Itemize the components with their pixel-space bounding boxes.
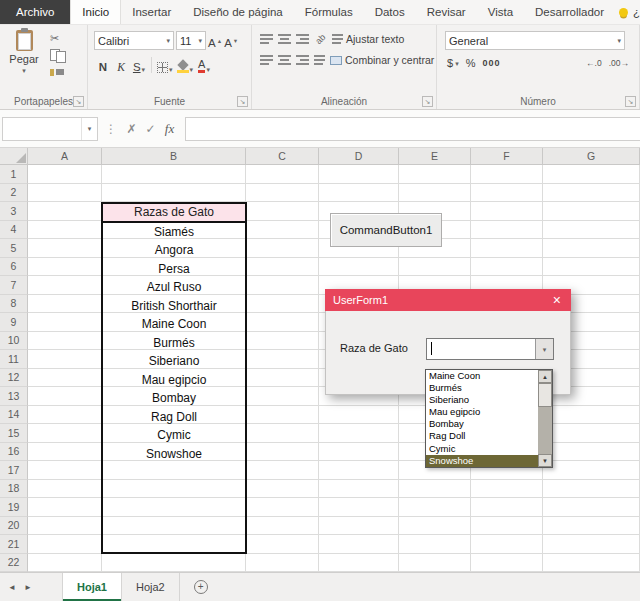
enter-button[interactable]: ✓ [141,122,160,136]
cell-F6[interactable] [471,258,543,277]
cell-D6[interactable] [319,258,399,277]
merge-center-button[interactable]: Combinar y centrar▾ [330,54,437,66]
next-sheet-button[interactable]: ► [20,573,36,601]
cell-A21[interactable] [28,535,102,554]
bold-button[interactable]: N [96,56,110,74]
cell-D20[interactable] [319,517,399,536]
cell-G21[interactable] [543,535,640,554]
dropdown-item-mau-egipcio[interactable]: Mau egipcio [426,406,538,418]
cut-icon[interactable]: ✂ [50,31,66,45]
row-header-19[interactable]: 19 [0,498,28,517]
cell-G22[interactable] [543,554,640,573]
row-header-13[interactable]: 13 [0,387,28,406]
cell-E20[interactable] [399,517,471,536]
borders-button[interactable]: ▾ [157,56,173,74]
row-header-15[interactable]: 15 [0,424,28,443]
row-header-22[interactable]: 22 [0,554,28,573]
formula-bar-splitter[interactable]: ⋮ [105,122,117,136]
dropdown-item-rag-doll[interactable]: Rag Doll [426,430,538,442]
insert-function-button[interactable]: fx [160,121,179,137]
cell-G16[interactable] [543,443,640,462]
ribbon-tab-archivo[interactable]: Archivo [0,0,70,24]
ribbon-tab-inicio[interactable]: Inicio [70,0,121,24]
cell-C19[interactable] [246,498,319,517]
cell-F5[interactable] [471,239,543,258]
cell-D18[interactable] [319,480,399,499]
cell-C17[interactable] [246,461,319,480]
scroll-down-button[interactable]: ▼ [538,454,552,467]
align-top-icon[interactable] [260,34,273,44]
cat-table-cell-burmes[interactable]: Burmés [103,334,245,353]
userform-titlebar[interactable]: UserForm1 × [325,289,571,311]
cell-G6[interactable] [543,258,640,277]
cell-F3[interactable] [471,202,543,221]
cat-table-cell-snowshoe[interactable]: Snowshoe [103,445,245,464]
new-sheet-button[interactable]: + [188,573,214,601]
align-bottom-icon[interactable] [296,34,309,44]
name-box[interactable]: ▾ [2,117,98,141]
cell-C7[interactable] [246,276,319,295]
column-header-b[interactable]: B [102,148,246,165]
cell-G17[interactable] [543,461,640,480]
row-header-6[interactable]: 6 [0,258,28,277]
row-header-9[interactable]: 9 [0,313,28,332]
cell-E2[interactable] [399,184,471,203]
copy-icon[interactable] [50,48,66,62]
font-dialog-launcher[interactable]: ↘ [237,96,248,107]
cell-A8[interactable] [28,295,102,314]
accounting-format-button[interactable]: $▾ [447,57,459,69]
cat-table-cell-angora[interactable]: Angora [103,241,245,260]
cell-F1[interactable] [471,165,543,184]
decrease-font-button[interactable]: A▼ [224,32,238,50]
cell-A9[interactable] [28,313,102,332]
align-center-icon[interactable] [278,55,291,65]
cell-C11[interactable] [246,350,319,369]
cell-C9[interactable] [246,313,319,332]
cell-A5[interactable] [28,239,102,258]
prev-sheet-button[interactable]: ◄ [4,573,20,601]
dropdown-scrollbar[interactable]: ▲ ▼ [538,370,552,467]
cell-A10[interactable] [28,332,102,351]
cell-C13[interactable] [246,387,319,406]
increase-decimal-button[interactable]: ←.0 [586,58,602,68]
cell-F18[interactable] [471,480,543,499]
format-painter-icon[interactable] [50,65,66,79]
cell-D2[interactable] [319,184,399,203]
cell-E22[interactable] [399,554,471,573]
cell-A14[interactable] [28,406,102,425]
cell-C12[interactable] [246,369,319,388]
cell-F2[interactable] [471,184,543,203]
cat-table-cell-azul-ruso[interactable]: Azul Ruso [103,278,245,297]
cell-A17[interactable] [28,461,102,480]
cell-G18[interactable] [543,480,640,499]
cell-D16[interactable] [319,443,399,462]
ribbon-tab-desarrollador[interactable]: Desarrollador [524,0,615,24]
cell-F22[interactable] [471,554,543,573]
cell-C18[interactable] [246,480,319,499]
cell-G5[interactable] [543,239,640,258]
formula-input[interactable] [185,117,640,141]
column-header-c[interactable]: C [246,148,319,165]
row-header-12[interactable]: 12 [0,369,28,388]
cell-E1[interactable] [399,165,471,184]
cat-table-cell-persa[interactable]: Persa [103,260,245,279]
cell-D1[interactable] [319,165,399,184]
dropdown-item-cymic[interactable]: Cymic [426,443,538,455]
cell-A19[interactable] [28,498,102,517]
row-header-14[interactable]: 14 [0,406,28,425]
cell-A15[interactable] [28,424,102,443]
cell-C21[interactable] [246,535,319,554]
cell-C8[interactable] [246,295,319,314]
cell-D17[interactable] [319,461,399,480]
row-header-4[interactable]: 4 [0,221,28,240]
row-header-20[interactable]: 20 [0,517,28,536]
cat-table-cell-siberiano[interactable]: Siberiano [103,352,245,371]
decrease-decimal-button[interactable]: .00→ [609,58,629,68]
ribbon-tab-datos[interactable]: Datos [364,0,416,24]
cell-G14[interactable] [543,406,640,425]
cell-C6[interactable] [246,258,319,277]
cell-F21[interactable] [471,535,543,554]
cell-C1[interactable] [246,165,319,184]
cat-table-cell-cymic[interactable]: Cymic [103,426,245,445]
cell-C16[interactable] [246,443,319,462]
